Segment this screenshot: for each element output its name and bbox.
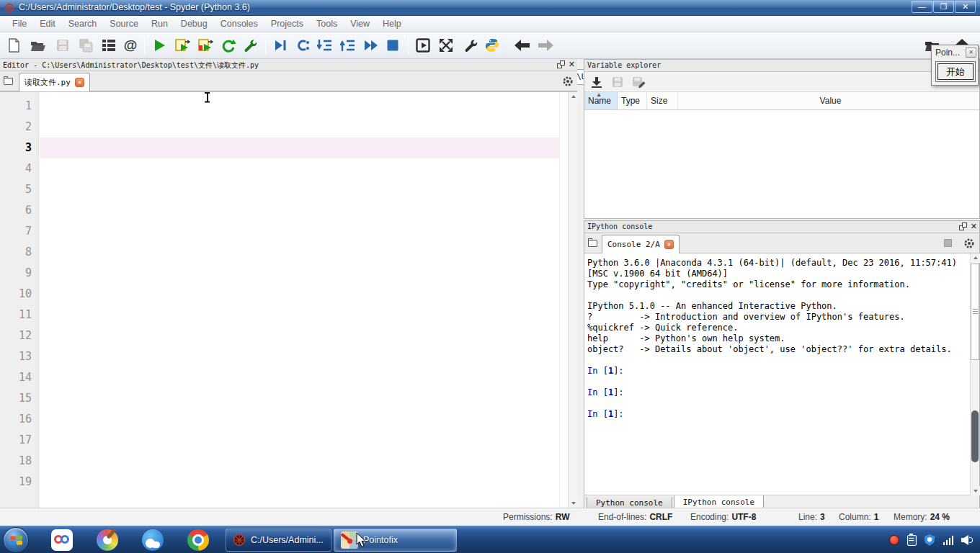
maximize-button[interactable]: ❐ [933,1,954,13]
open-file-button[interactable] [29,36,48,55]
line-number[interactable]: 19 [0,472,38,493]
console-output[interactable]: Python 3.6.0 |Anaconda 4.3.1 (64-bit)| (… [584,253,979,495]
browse-tabs-icon[interactable] [4,76,14,86]
scroll-down-icon[interactable] [971,486,980,495]
fullscreen-button[interactable] [437,36,455,55]
interrupt-kernel-icon[interactable] [944,239,952,247]
console-scrollbar[interactable] [970,253,979,495]
line-number[interactable]: 7 [0,221,38,242]
run-cell-button[interactable] [173,36,192,55]
scrollbar-thumb[interactable] [971,264,979,360]
pointofix-close-icon[interactable]: ✕ [966,48,976,58]
scrollbar-thumb-dark[interactable] [971,410,979,462]
close-pane-icon[interactable]: ✕ [971,222,977,230]
menu-item-consoles[interactable]: Consoles [214,19,264,29]
clipboard-icon[interactable] [907,535,917,546]
column-header-value[interactable]: Value [678,92,979,109]
step-return-button[interactable] [339,36,357,55]
security-shield-icon[interactable] [925,534,935,546]
column-header-type[interactable]: Type [618,92,647,109]
line-number[interactable]: 14 [0,367,38,388]
run-configuration-button[interactable] [241,36,259,55]
save-all-button[interactable] [76,36,95,55]
taskbar-button-spyder[interactable]: C:/Users/Admini... [226,529,331,552]
column-header-name[interactable]: Name▲ [584,92,618,109]
line-number[interactable]: 10 [0,284,38,305]
step-into-button[interactable] [316,36,334,55]
column-header-size[interactable]: Size [647,92,678,109]
back-button[interactable] [513,36,532,55]
undock-pane-icon[interactable] [557,60,565,68]
taskbar-button-pointofix[interactable]: Pointofix [334,529,457,552]
close-button[interactable]: ✕ [955,1,976,13]
line-number[interactable]: 1 [0,96,38,117]
variable-table-body[interactable] [584,110,979,218]
stop-debug-button[interactable] [383,36,402,55]
menu-item-edit[interactable]: Edit [33,19,62,29]
browse-tabs-icon[interactable] [588,238,599,248]
editor-scrollbar[interactable] [568,92,577,508]
import-data-icon[interactable] [590,76,603,88]
line-number[interactable]: 11 [0,305,38,325]
forward-button[interactable] [536,36,555,55]
line-number[interactable]: 15 [0,388,38,409]
line-number[interactable]: 18 [0,451,38,472]
volume-speaker-icon[interactable] [961,535,973,545]
line-number[interactable]: 12 [0,325,38,346]
taskbar-icon-paint-tool[interactable] [93,529,122,552]
editor-code-area[interactable] [40,92,568,508]
tab-close-icon[interactable]: ✕ [75,78,84,87]
scroll-up-icon[interactable] [971,253,980,263]
line-number[interactable]: 16 [0,409,38,430]
console-options-gear-icon[interactable] [963,238,975,249]
file-switcher-button[interactable] [99,36,118,55]
scroll-up-icon[interactable] [569,92,578,102]
save-button[interactable] [53,36,72,55]
network-signal-icon[interactable] [943,535,954,545]
new-file-button[interactable] [4,36,23,55]
save-data-icon[interactable] [612,76,623,88]
continue-button[interactable] [362,36,380,55]
editor-tab[interactable]: 读取文件.py ✕ [19,73,90,91]
run-button[interactable] [150,36,169,55]
menu-item-source[interactable]: Source [103,19,145,29]
record-indicator-icon[interactable] [889,535,899,545]
line-number[interactable]: 17 [0,430,38,451]
line-number[interactable]: 13 [0,346,38,367]
window-titlebar[interactable]: C:/Users/Administrator/Desktop/test - Sp… [0,0,980,16]
minimize-button[interactable]: — [912,1,932,13]
pointofix-start-button[interactable]: 开始 [935,61,976,82]
menu-item-help[interactable]: Help [376,19,408,29]
debug-button[interactable] [271,36,290,55]
line-number-gutter[interactable]: 12345678910111213141516171819 [0,92,39,508]
editor-options-gear-icon[interactable] [562,76,574,87]
menu-item-debug[interactable]: Debug [174,19,214,29]
line-number[interactable]: 4 [0,158,38,179]
taskbar-icon-browser[interactable] [138,529,167,552]
undock-pane-icon[interactable] [959,222,967,230]
line-number[interactable]: 5 [0,179,38,200]
maximize-pane-button[interactable] [414,36,432,55]
scroll-down-icon[interactable] [569,498,578,508]
menu-item-file[interactable]: File [6,19,33,29]
line-number[interactable]: 6 [0,200,38,221]
console-tab[interactable]: Console 2/A ✕ [602,235,680,253]
rerun-button[interactable] [219,36,238,55]
menu-item-view[interactable]: View [344,19,376,29]
symbol-finder-button[interactable]: @ [121,36,140,55]
menu-item-run[interactable]: Run [145,19,174,29]
taskbar-icon-sunlogin[interactable] [48,529,76,552]
close-pane-icon[interactable]: ✕ [569,60,575,68]
python-path-button[interactable] [483,36,502,55]
line-number[interactable]: 2 [0,117,38,138]
step-button[interactable] [294,36,313,55]
line-number[interactable]: 8 [0,242,38,263]
pointofix-panel[interactable]: Poin... ✕ 开始 [931,45,979,86]
line-number[interactable]: 9 [0,263,38,284]
menu-item-tools[interactable]: Tools [310,19,344,29]
start-button[interactable] [3,527,29,553]
tab-close-icon[interactable]: ✕ [664,240,674,249]
menu-item-projects[interactable]: Projects [264,19,310,29]
preferences-wrench-button[interactable] [461,36,480,55]
taskbar-icon-chrome[interactable] [184,529,213,552]
